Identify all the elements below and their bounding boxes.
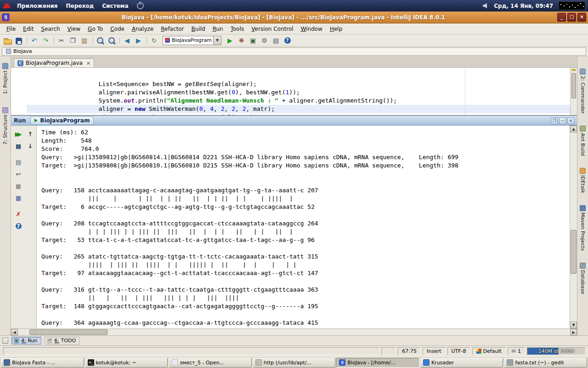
navigate-up-icon[interactable]: ↑ (25, 129, 36, 139)
maximize-button[interactable]: □ (567, 13, 576, 22)
debug-icon[interactable]: ❋ (236, 35, 247, 46)
sync-icon[interactable]: ↻ (149, 35, 159, 46)
soft-wrap-icon[interactable]: ↩ (13, 169, 24, 179)
menu-goto[interactable]: Go To (84, 24, 107, 34)
console-scroll-thumb[interactable] (571, 230, 577, 274)
redhat-menu-icon[interactable] (3, 3, 11, 9)
caret-position[interactable]: 67:75 (398, 347, 421, 355)
cut-icon[interactable]: ✂ (56, 35, 67, 46)
back-icon[interactable]: ◀ (122, 35, 132, 46)
menu-window[interactable]: Window (297, 24, 326, 34)
editor-scrollbar[interactable] (570, 68, 577, 115)
toolwindow-button-run[interactable]: 4: Run (11, 337, 41, 345)
menu-help[interactable]: Help (326, 24, 346, 34)
color-scheme[interactable]: Default (472, 347, 506, 355)
tab-structure[interactable]: 7: Structure (2, 107, 8, 144)
tab-idetalk[interactable]: IDEtalk (580, 168, 586, 193)
pause-output-icon[interactable]: ▮▮ (13, 141, 24, 151)
tab-commander[interactable]: 2: Commander (580, 69, 586, 114)
system-monitor-applet[interactable] (559, 1, 585, 10)
print-icon[interactable]: ▤ (271, 35, 281, 46)
toolwindow-button-todo[interactable]: 6: TODO (45, 337, 80, 345)
forward-icon[interactable]: ▶ (133, 35, 144, 46)
task-idea-biojava[interactable]: IJ BioJava - [/home/... (336, 358, 419, 368)
menu-view[interactable]: View (64, 24, 84, 34)
menu-edit[interactable]: Edit (19, 24, 37, 34)
clock[interactable]: Срд, 14 Янв, 09:47 (494, 3, 553, 9)
code-editor[interactable]: List<Sequence> bestNW = getBestSeq(align… (11, 68, 577, 115)
breadcrumb[interactable]: BioJava (4, 48, 34, 54)
menu-code[interactable]: Code (107, 24, 128, 34)
toolwindow-anchor-icon[interactable] (2, 338, 8, 344)
task-krusader[interactable]: Krusader (420, 358, 503, 368)
console-vertical-scrollbar[interactable]: ▲ ▼ (570, 126, 577, 328)
insert-mode[interactable]: Insert (423, 347, 446, 355)
close-icon[interactable]: ✗ (13, 209, 24, 219)
menu-refactor[interactable]: Refactor (157, 24, 187, 34)
task-gedit[interactable]: fasta.txt (~) - gedit (504, 358, 587, 368)
open-icon[interactable] (2, 35, 12, 46)
scroll-up-icon[interactable]: ▲ (570, 126, 577, 132)
settings-icon[interactable]: ⚙ (259, 35, 270, 46)
undo-icon[interactable]: ↶ (29, 35, 40, 46)
close-tab-icon[interactable]: × (86, 60, 90, 66)
scroll-left-icon[interactable]: ◀ (11, 329, 18, 335)
file-encoding[interactable]: UTF-8 (447, 347, 470, 355)
help-icon[interactable]: ? (282, 35, 293, 46)
warning-stripe-mark[interactable] (572, 69, 576, 71)
minimize-toolwindow-icon[interactable]: — (559, 117, 566, 124)
paste-icon[interactable]: ▥ (79, 35, 90, 46)
editor-scroll-thumb[interactable] (571, 73, 576, 98)
power-icon[interactable] (137, 2, 144, 9)
save-all-icon[interactable] (13, 35, 24, 46)
replace-icon[interactable] (106, 35, 117, 46)
tab-database[interactable]: Database (580, 263, 586, 294)
task-http-doc[interactable]: http (/usr/lib/apt/... (253, 358, 336, 368)
console-horizontal-scrollbar[interactable]: ◀ ▶ (11, 328, 577, 335)
notifications[interactable]: ✉ 1 (508, 347, 525, 355)
volume-icon[interactable] (483, 3, 489, 9)
hide-toolwindow-icon[interactable]: × (567, 117, 574, 124)
menu-file[interactable]: File (3, 24, 19, 34)
run-icon[interactable]: ▶ (225, 35, 235, 46)
scroll-down-icon[interactable]: ▼ (570, 322, 577, 328)
system-menu[interactable]: Система (98, 0, 132, 12)
menu-tools[interactable]: Tools (227, 24, 248, 34)
memory-indicator[interactable]: 140M of 260M (527, 347, 586, 355)
scroll-right-icon[interactable]: ▶ (570, 329, 577, 335)
places-menu[interactable]: Переход (62, 0, 98, 12)
float-window-icon[interactable]: ❐ (551, 117, 558, 124)
applications-menu[interactable]: Приложения (13, 0, 62, 12)
menu-search[interactable]: Search (37, 24, 63, 34)
console-output[interactable]: Time (ms): 62Length: 548Score: 764.0Quer… (37, 126, 570, 328)
redo-icon[interactable]: ↷ (40, 35, 51, 46)
stop-icon[interactable]: ■ (13, 181, 24, 191)
rerun-icon[interactable]: ▶▶ (13, 129, 24, 139)
tab-run-biojavaprogram[interactable]: BioJavaProgram (30, 116, 94, 125)
coverage-icon[interactable]: ▣ (248, 35, 258, 46)
menu-run[interactable]: Run (209, 24, 227, 34)
task-openoffice[interactable]: змест_5 - Open... (169, 358, 252, 368)
menu-version-control[interactable]: Version Control (248, 24, 297, 34)
find-icon[interactable] (95, 35, 105, 46)
window-label: змест_5 - Open... (180, 360, 224, 366)
close-button[interactable]: × (577, 13, 586, 22)
run-configuration-select[interactable]: BioJavaProgram ▼ (163, 36, 221, 45)
help-icon[interactable]: ? (13, 221, 24, 231)
menu-build[interactable]: Build (188, 24, 209, 34)
console-view-icon[interactable]: ▤ (13, 157, 24, 167)
tab-project[interactable]: 1: Project (2, 63, 8, 94)
menu-analyze[interactable]: Analyze (128, 24, 157, 34)
chevron-down-icon[interactable]: ▼ (213, 36, 221, 45)
tab-maven-projects[interactable]: Maven Projects (580, 205, 586, 251)
tab-biojavaprogram-java[interactable]: C BioJavaProgram.java × (14, 58, 94, 67)
window-titlebar[interactable]: IJ BioJava - [/home/kotuk/IdeaProjects/B… (0, 12, 588, 23)
copy-icon[interactable]: ❐ (68, 35, 78, 46)
minimize-button[interactable]: _ (557, 13, 566, 22)
restore-layout-icon[interactable]: ▦ (13, 193, 24, 203)
navigate-down-icon[interactable]: ↓ (25, 141, 36, 151)
tab-ant-build[interactable]: Ant Build (580, 126, 586, 156)
console-hscroll-thumb[interactable] (29, 329, 107, 335)
task-biojava-fasta[interactable]: BioJava Fasta - ... (1, 358, 84, 368)
task-terminal[interactable]: >_ kotuk@kotuk: ~ (85, 358, 168, 368)
